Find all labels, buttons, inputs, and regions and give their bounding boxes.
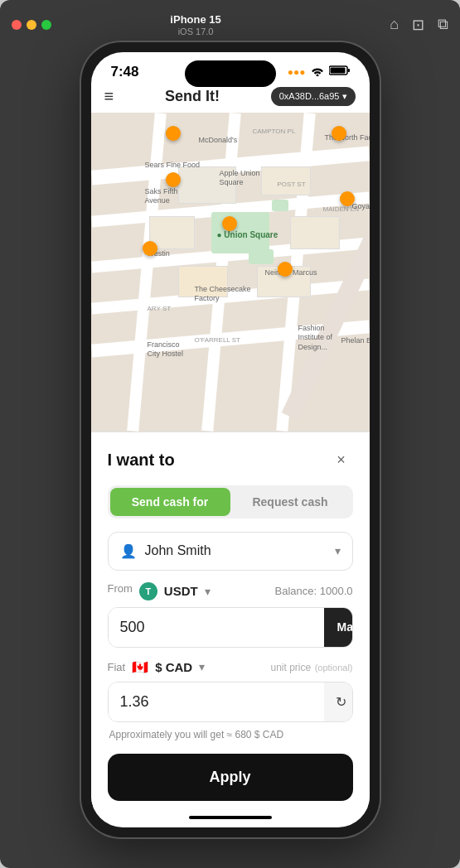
window-title: iPhone 15 iOS 17.0 <box>10 13 381 37</box>
desktop-chrome: iPhone 15 iOS 17.0 ⌂ ⊡ ⧉ 7:48 ●●● <box>0 0 460 868</box>
fiat-selector[interactable]: Fiat 🇨🇦 $ CAD ▾ <box>108 659 206 675</box>
map-label: Sears Fine Food <box>145 161 201 169</box>
refresh-icon: ↻ <box>336 694 346 710</box>
wallet-button[interactable]: 0xA38D...6a95 ▾ <box>271 87 356 106</box>
map-label: FranciscoCity Hostel <box>148 340 184 359</box>
from-label: From <box>108 582 133 595</box>
refresh-button[interactable]: ↻ <box>324 682 353 721</box>
map-label: Saks FifthAvenue <box>145 187 178 206</box>
action-toggle-group: Send cash for Request cash <box>108 485 353 518</box>
park-area <box>272 200 288 211</box>
fiat-currency: $ CAD <box>155 660 192 674</box>
fiat-input-row: ↻ <box>108 682 353 722</box>
map-label: O'FARRELL ST <box>195 336 240 344</box>
map-pin[interactable] <box>222 216 237 231</box>
fiat-header-row: Fiat 🇨🇦 $ CAD ▾ unit price (optional) <box>108 659 353 675</box>
map-pin[interactable] <box>166 126 181 141</box>
map-pin[interactable] <box>278 262 293 277</box>
token-symbol: T <box>145 586 151 596</box>
signal-dots-icon: ●●● <box>288 66 306 78</box>
home-icon[interactable]: ⌂ <box>390 16 399 34</box>
wallet-chevron-icon: ▾ <box>342 91 347 102</box>
amount-row: Max <box>108 607 353 648</box>
fiat-label: Fiat <box>108 661 126 673</box>
status-time: 7:48 <box>111 64 139 80</box>
map-pin[interactable] <box>166 172 181 187</box>
phone-frame: 7:48 ●●● ≡ Send It! 0xA38D...6a95 <box>81 42 380 837</box>
unit-price-label: unit price (optional) <box>270 659 352 674</box>
recipient-name: John Smith <box>145 543 335 558</box>
map-label: Apple UnionSquare <box>220 169 260 188</box>
max-button[interactable]: Max <box>324 608 353 647</box>
app-title: Send It! <box>165 88 220 105</box>
send-cash-tab[interactable]: Send cash for <box>110 488 230 516</box>
svg-rect-1 <box>347 69 350 72</box>
map-pin[interactable] <box>340 191 355 206</box>
balance-value: 1000.0 <box>320 585 353 597</box>
sheet-header: I want to × <box>108 449 353 472</box>
token-icon: T <box>139 582 157 600</box>
token-chevron-icon: ▾ <box>205 585 211 598</box>
battery-icon <box>329 65 350 78</box>
map-label: ARY ST <box>148 305 172 312</box>
phone-screen: 7:48 ●●● ≡ Send It! 0xA38D...6a95 <box>91 52 370 827</box>
title-bar: iPhone 15 iOS 17.0 ⌂ ⊡ ⧉ <box>0 8 460 42</box>
wallet-address: 0xA38D...6a95 <box>279 91 340 101</box>
svg-rect-2 <box>330 68 345 74</box>
recipient-selector[interactable]: 👤 John Smith ▾ <box>108 532 353 571</box>
from-token-selector[interactable]: From T USDT ▾ <box>108 582 211 600</box>
approx-value: ≈ 680 $ CAD <box>227 729 284 740</box>
map-block <box>290 216 340 249</box>
request-cash-tab[interactable]: Request cash <box>230 488 351 516</box>
bottom-sheet: I want to × Send cash for Request cash 👤… <box>91 432 370 811</box>
park-area <box>249 249 274 264</box>
fiat-amount-input[interactable] <box>109 682 324 721</box>
approx-text: Approximately you will get ≈ 680 $ CAD <box>108 729 353 740</box>
map-label: McDonald's <box>199 136 238 144</box>
status-icons: ●●● <box>288 65 350 79</box>
map-label: FashionInstitute ofDesign... <box>298 324 333 353</box>
map-label: ● Union Square <box>217 230 278 239</box>
token-name: USDT <box>164 584 198 598</box>
balance-display: Balance: 1000.0 <box>275 585 353 597</box>
window-controls: ⌂ ⊡ ⧉ <box>390 16 448 34</box>
map-pin[interactable] <box>332 126 346 141</box>
map-label: POST ST <box>278 181 306 188</box>
map-label: CAMPTON PL <box>253 128 296 135</box>
map-area[interactable]: McDonald's Sears Fine Food Saks FifthAve… <box>91 113 370 432</box>
apply-button[interactable]: Apply <box>108 754 353 801</box>
home-bar <box>189 816 272 819</box>
map-label: Goyard <box>352 202 370 210</box>
map-label: The CheesecakeFactory <box>195 285 251 304</box>
map-background: McDonald's Sears Fine Food Saks FifthAve… <box>91 113 370 432</box>
wifi-icon <box>311 65 324 79</box>
balance-label: Balance: <box>275 585 317 597</box>
sheet-title: I want to <box>108 451 175 470</box>
from-row: From T USDT ▾ Balance: 1000.0 <box>108 582 353 600</box>
person-icon: 👤 <box>120 543 137 559</box>
fiat-chevron-icon: ▾ <box>199 660 205 673</box>
recipient-chevron-icon: ▾ <box>335 544 341 557</box>
close-button[interactable]: × <box>330 449 353 472</box>
home-indicator <box>91 811 370 827</box>
map-pin[interactable] <box>143 241 157 256</box>
map-label: Phelan Building <box>341 336 370 345</box>
rotate-icon[interactable]: ⧉ <box>438 16 448 34</box>
flag-icon: 🇨🇦 <box>132 659 148 675</box>
dynamic-island <box>185 60 276 87</box>
screenshot-icon[interactable]: ⊡ <box>412 16 424 34</box>
hamburger-menu-button[interactable]: ≡ <box>104 87 114 106</box>
amount-input[interactable] <box>109 608 324 647</box>
